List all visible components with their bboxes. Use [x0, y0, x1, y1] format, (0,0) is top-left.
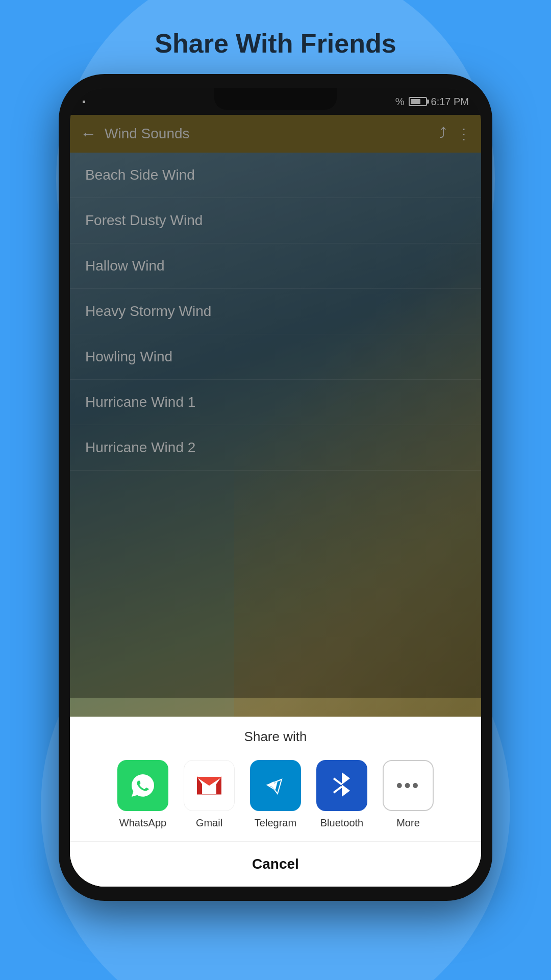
list-item[interactable]: Hurricane Wind 2	[70, 425, 481, 471]
sound-item-label: Beach Side Wind	[85, 167, 195, 183]
cancel-button[interactable]: Cancel	[70, 841, 481, 887]
share-app-telegram[interactable]: Telegram	[250, 760, 301, 829]
bluetooth-icon	[316, 760, 367, 811]
more-label: More	[396, 817, 420, 829]
share-sheet-title: Share with	[70, 717, 481, 755]
share-app-more[interactable]: ••• More	[383, 760, 434, 829]
share-sheet: Share with WhatsApp	[70, 717, 481, 887]
list-item[interactable]: Hurricane Wind 1	[70, 380, 481, 425]
sound-item-label: Hallow Wind	[85, 258, 165, 274]
notch	[214, 88, 337, 110]
more-icon: •••	[383, 760, 434, 811]
sound-item-label: Hurricane Wind 2	[85, 439, 195, 455]
gmail-label: Gmail	[196, 817, 222, 829]
share-icon[interactable]: ⤴	[439, 126, 446, 142]
page-title: Share With Friends	[0, 28, 551, 59]
share-apps-row: WhatsApp Gmail	[70, 755, 481, 841]
telegram-icon	[250, 760, 301, 811]
whatsapp-label: WhatsApp	[119, 817, 166, 829]
sound-item-label: Forest Dusty Wind	[85, 212, 203, 228]
telegram-label: Telegram	[255, 817, 296, 829]
sound-item-label: Hurricane Wind 1	[85, 394, 195, 410]
phone-frame: ▪ % 6:17 PM ← Wind Sounds ⤴ ⋮	[59, 74, 492, 901]
list-item[interactable]: Forest Dusty Wind	[70, 198, 481, 243]
gmail-icon	[184, 760, 235, 811]
back-button[interactable]: ←	[80, 125, 96, 143]
status-time: 6:17 PM	[431, 96, 469, 108]
share-app-gmail[interactable]: Gmail	[184, 760, 235, 829]
app-bar: ← Wind Sounds ⤴ ⋮	[70, 115, 481, 153]
list-item[interactable]: Hallow Wind	[70, 243, 481, 289]
list-item[interactable]: Heavy Stormy Wind	[70, 289, 481, 334]
battery-fill	[411, 99, 421, 104]
phone-screen: ▪ % 6:17 PM ← Wind Sounds ⤴ ⋮	[70, 88, 481, 887]
share-app-bluetooth[interactable]: Bluetooth	[316, 760, 367, 829]
list-item[interactable]: Howling Wind	[70, 334, 481, 380]
share-app-whatsapp[interactable]: WhatsApp	[117, 760, 168, 829]
sound-item-label: Howling Wind	[85, 349, 172, 364]
sound-item-label: Heavy Stormy Wind	[85, 303, 211, 319]
status-signal: ▪	[82, 96, 86, 108]
more-options-icon[interactable]: ⋮	[457, 126, 471, 142]
list-item[interactable]: Beach Side Wind	[70, 153, 481, 198]
bluetooth-label: Bluetooth	[320, 817, 364, 829]
battery-percent: %	[395, 96, 405, 108]
battery-icon	[409, 97, 427, 106]
status-right: % 6:17 PM	[395, 96, 469, 108]
app-bar-actions: ⤴ ⋮	[439, 126, 471, 142]
app-bar-title: Wind Sounds	[105, 126, 431, 142]
whatsapp-icon	[117, 760, 168, 811]
